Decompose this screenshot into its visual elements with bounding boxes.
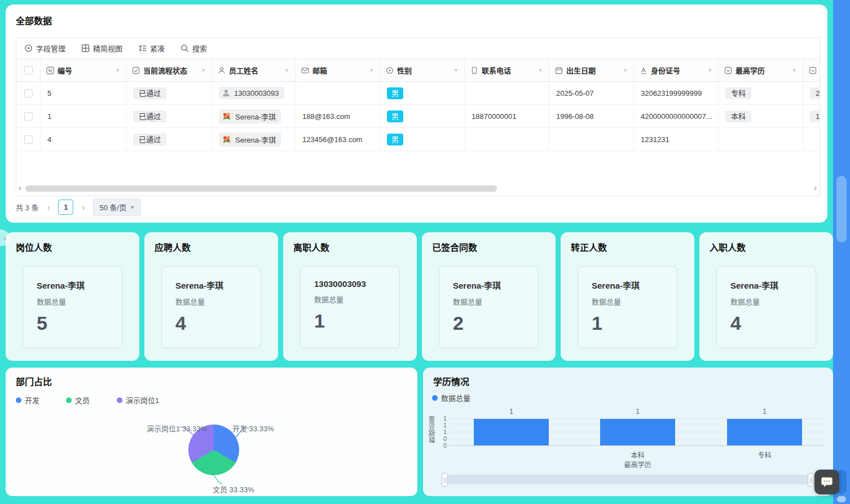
toolbar-button-label: 字段管理	[36, 43, 65, 54]
column-header-编号[interactable]: 编号▼	[41, 59, 126, 81]
page-scrollbar-track[interactable]	[833, 0, 850, 504]
scroll-right-icon[interactable]	[814, 186, 817, 191]
pie-legend-item-文员[interactable]: 文员	[66, 395, 90, 405]
pie-legend-item-开发[interactable]: 开发	[16, 395, 39, 405]
column-header-性别[interactable]: 性别▼	[380, 59, 465, 81]
row-select-cell[interactable]	[16, 105, 41, 127]
stat-card-box: Serena-李琪数据总量4	[716, 266, 816, 348]
filter-caret-icon[interactable]: ▼	[284, 68, 289, 73]
bar-y-tick: 1	[438, 415, 447, 422]
column-header-extra[interactable]: ▼	[803, 59, 820, 81]
stat-card-box: Serena-李琪数据总量4	[161, 266, 261, 348]
stat-card-box: Serena-李琪数据总量5	[23, 266, 122, 348]
bar-x-axis-label: 最高学历	[600, 459, 675, 469]
filter-caret-icon[interactable]: ▼	[453, 68, 459, 73]
row-height-icon	[138, 44, 147, 52]
column-header-label: 当前流程状态	[143, 65, 187, 76]
next-page-button[interactable]: ›	[82, 202, 85, 212]
stat-card-title: 入职人数	[710, 240, 746, 254]
filter-caret-icon[interactable]: ▼	[623, 68, 628, 73]
stat-card-subtitle: Serena-李琪	[175, 279, 247, 291]
table-row[interactable]: 4已通过Serena-李琪123456@163.com男1231231	[16, 128, 820, 151]
column-header-联系电话[interactable]: 联系电话▼	[465, 59, 549, 81]
gender-tag: 男	[387, 134, 403, 145]
column-header-最高学历[interactable]: 最高学历▼	[719, 59, 803, 81]
stat-card-label: 数据总量	[314, 294, 386, 304]
pie-legend-label: 文员	[75, 395, 90, 405]
cell-id_no: 1231231	[634, 128, 719, 151]
filter-caret-icon[interactable]: ▼	[792, 68, 797, 73]
stat-card-value: 4	[175, 312, 247, 334]
checkbox-field-icon	[132, 67, 140, 74]
status-tag: 已通过	[133, 110, 166, 122]
page-size-select[interactable]: 50 条/页▼	[93, 198, 141, 216]
select-all-cell[interactable]	[16, 59, 41, 81]
cell-value: 1231231	[641, 135, 670, 144]
status-tag: 本科	[725, 110, 751, 122]
cell-email: 123456@163.com	[296, 128, 380, 151]
legend-dot-icon	[16, 397, 21, 403]
stat-card-label: 数据总量	[453, 296, 525, 307]
cell-name: Serena-李琪	[212, 128, 296, 151]
filter-caret-icon[interactable]: ▼	[538, 68, 543, 73]
current-page-button[interactable]: 1	[58, 200, 73, 215]
column-header-当前流程状态[interactable]: 当前流程状态▼	[126, 59, 212, 81]
data-grid: 字段管理精简视图紧凑搜索 编号▼当前流程状态▼员工姓名▼邮箱▼性别▼联系电话▼出…	[16, 37, 820, 196]
filter-caret-icon[interactable]: ▼	[201, 68, 206, 73]
select-all-checkbox[interactable]	[24, 66, 33, 74]
table-row[interactable]: 5已通过13030003093男2025-05-0732062319999999…	[16, 82, 820, 105]
toolbar-button-4[interactable]: 搜索	[180, 43, 207, 54]
flower-avatar	[222, 134, 232, 144]
prev-page-button[interactable]: ‹	[47, 202, 50, 212]
column-header-员工姓名[interactable]: 员工姓名▼	[212, 59, 296, 81]
horizontal-scrollbar[interactable]	[25, 185, 497, 192]
stat-card-box: Serena-李琪数据总量1	[578, 266, 677, 348]
filter-caret-icon[interactable]: ▼	[707, 68, 712, 73]
department-pie-card: 部门占比 演示岗位1 33.33% 开发 33.33% 文员 33.33% 开发…	[6, 368, 417, 496]
page-scrollbar-thumb[interactable]	[836, 176, 847, 242]
stat-card-title: 应聘人数	[155, 240, 191, 254]
row-checkbox[interactable]	[24, 112, 33, 121]
toolbar-button-2[interactable]: 精简视图	[81, 43, 122, 54]
datazoom-right-handle[interactable]	[808, 473, 814, 487]
column-header-身份证号[interactable]: 身份证号▼	[634, 59, 719, 81]
cell-id_no: 320623199999999	[634, 82, 719, 104]
row-select-cell[interactable]	[16, 82, 41, 104]
row-select-cell[interactable]	[16, 128, 41, 151]
column-header-出生日期[interactable]: 出生日期▼	[549, 59, 634, 81]
chevron-down-icon: ▼	[130, 205, 135, 210]
feedback-button[interactable]	[814, 470, 839, 494]
employee-name-tag: 13030003093	[219, 87, 284, 99]
status-tag: 1汉族	[810, 110, 820, 122]
stat-card-value: 1	[314, 310, 386, 332]
stat-card-label: 数据总量	[37, 296, 108, 307]
table-row[interactable]: 1已通过Serena-李琪188@163.com男188700000011996…	[16, 105, 820, 128]
filter-caret-icon[interactable]: ▼	[369, 68, 374, 73]
column-header-邮箱[interactable]: 邮箱▼	[296, 59, 380, 81]
field-manage-icon	[24, 44, 33, 52]
row-checkbox[interactable]	[24, 89, 33, 98]
flower-avatar	[222, 111, 232, 121]
cell-email: 188@163.com	[296, 105, 380, 127]
bar-y-tick: 1	[438, 428, 447, 435]
education-bar-card: 学历情况 数据总量 数据总量 1110011本科1专科 最高学历	[423, 368, 833, 496]
filter-caret-icon[interactable]: ▼	[115, 68, 120, 73]
toolbar-button-label: 紧凑	[150, 43, 165, 54]
cell-value: 2025-05-07	[556, 89, 594, 98]
text-field-icon	[640, 67, 648, 74]
row-checkbox[interactable]	[24, 135, 33, 144]
cell-value: 1996-08-08	[556, 112, 594, 121]
datazoom-slider[interactable]	[444, 475, 829, 484]
cell-value: 18870000001	[472, 112, 517, 121]
pie-legend-item-演示岗位1[interactable]: 演示岗位1	[117, 395, 159, 405]
scroll-left-icon[interactable]	[18, 186, 21, 191]
bar-value-label: 1	[727, 408, 802, 415]
legend-dot-icon	[117, 397, 122, 403]
bar-legend-item[interactable]: 数据总量	[432, 392, 470, 403]
stat-card-离职人数: 离职人数13030003093数据总量1	[283, 232, 417, 361]
stat-card-value: 5	[37, 312, 108, 334]
datazoom-left-handle[interactable]	[442, 473, 448, 487]
toolbar-button-1[interactable]: 字段管理	[24, 43, 65, 54]
toolbar-button-3[interactable]: 紧凑	[138, 43, 165, 54]
status-tag: 已通过	[133, 87, 166, 99]
